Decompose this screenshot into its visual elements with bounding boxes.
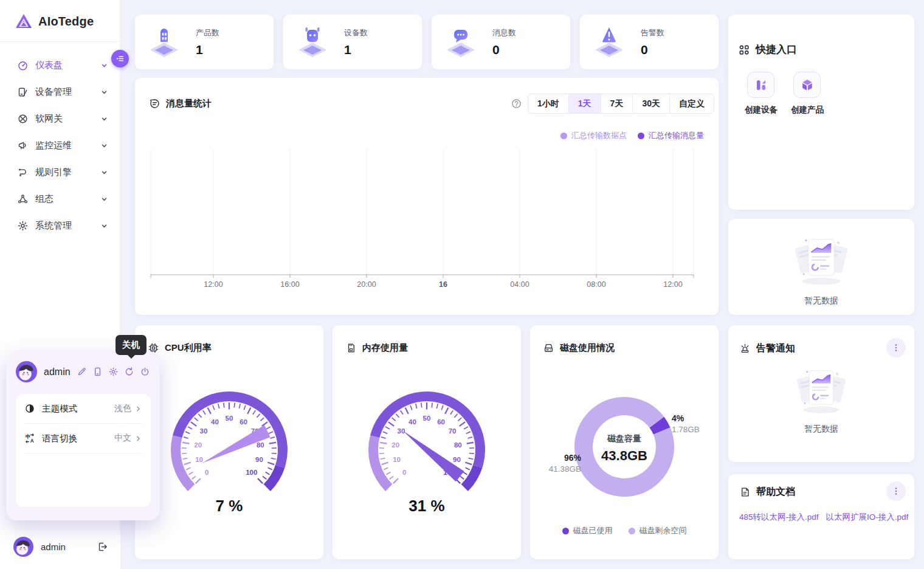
legend-dot <box>629 528 635 534</box>
svg-text:10: 10 <box>393 456 401 463</box>
sidebar-item-monitor-ops[interactable]: 监控运维 <box>0 132 120 159</box>
create-product-button[interactable] <box>793 72 821 98</box>
stat-card-alarms: 告警数 0 <box>580 15 719 69</box>
legend-dot <box>562 528 569 534</box>
restart-icon[interactable] <box>124 367 134 377</box>
sidebar-item-soft-gateway[interactable]: 软网关 <box>0 105 120 132</box>
sidebar-item-label: 设备管理 <box>35 86 100 98</box>
alarm-notice-title: 告警通知 <box>756 342 795 355</box>
popup-user-row: admin <box>6 351 160 390</box>
chevron-down-icon <box>100 114 109 123</box>
stat-value: 1 <box>196 43 219 57</box>
sidebar-item-composition[interactable]: 组态 <box>0 185 120 212</box>
svg-text:10: 10 <box>195 456 203 463</box>
svg-text:0: 0 <box>205 469 209 476</box>
sidebar-collapse-button[interactable] <box>111 50 129 67</box>
legend-item-disk-used[interactable]: 磁盘已使用 <box>562 525 613 536</box>
legend-label: 磁盘已使用 <box>573 525 613 536</box>
sidebar-item-dashboard[interactable]: 仪表盘 <box>0 52 120 78</box>
svg-text:90: 90 <box>255 456 263 463</box>
svg-text:12:00: 12:00 <box>663 280 682 289</box>
sidebar-item-device-manage[interactable]: 设备管理 <box>0 78 120 105</box>
create-device-button[interactable] <box>747 72 774 98</box>
shutdown-tooltip: 关机 <box>116 335 147 355</box>
legend-item-disk-free[interactable]: 磁盘剩余空间 <box>629 525 687 536</box>
svg-text:50: 50 <box>423 415 431 422</box>
composition-icon <box>17 193 29 205</box>
popup-settings-panel: 主题模式 浅色 语言切换 中文 <box>16 394 151 507</box>
gateway-icon <box>17 113 29 125</box>
system-manage-icon <box>17 220 29 232</box>
cpu-usage-card: CPU利用率 0102030405060708090100 7 % <box>135 325 323 559</box>
alarm-count-icon <box>592 25 626 59</box>
memory-usage-card: 内存使用量 0102030405060708090100 31 % <box>333 325 521 559</box>
svg-text:16: 16 <box>439 280 447 289</box>
memory-gauge-value: 31 % <box>333 497 521 516</box>
sidebar-menu: 仪表盘 设备管理 软网关 监控运维 规则引擎 <box>0 42 120 239</box>
language-switch-label: 语言切换 <box>42 433 114 444</box>
device-info-icon[interactable] <box>92 367 103 377</box>
help-docs-title: 帮助文档 <box>756 486 795 498</box>
stat-card-messages: 消息数 0 <box>432 15 570 69</box>
disk-used-callout: 4% 1.78GB <box>672 413 700 434</box>
help-card-menu-button[interactable] <box>886 481 906 501</box>
svg-text:30: 30 <box>398 427 405 435</box>
disk-capacity-label: 磁盘容量 <box>588 433 661 444</box>
svg-text:60: 60 <box>437 418 445 426</box>
sidebar-item-system-manage[interactable]: 系统管理 <box>0 212 120 239</box>
chevron-down-icon <box>100 168 109 177</box>
sidebar-item-label: 仪表盘 <box>35 60 100 71</box>
empty-illustration <box>786 232 857 288</box>
doc-link-ethernet-io[interactable]: 以太网扩展IO-接入.pdf <box>826 512 909 523</box>
disk-capacity-value: 43.8GB <box>588 448 661 464</box>
shutdown-icon[interactable] <box>140 367 150 377</box>
create-product-label[interactable]: 创建产品 <box>785 105 829 116</box>
memory-card-header: 内存使用量 <box>345 342 408 354</box>
message-line-chart[interactable]: 12:0016:0020:001604:0008:0012:00 <box>135 78 719 315</box>
alarm-empty-state: 暂无数据 <box>728 364 914 435</box>
svg-text:30: 30 <box>200 427 208 435</box>
stat-label: 设备数 <box>344 27 368 38</box>
language-switch-row[interactable]: 语言切换 中文 <box>24 424 142 453</box>
chevron-down-icon <box>100 221 109 230</box>
empty-text: 暂无数据 <box>728 295 914 306</box>
logout-icon[interactable] <box>97 541 108 553</box>
language-switch-value: 中文 <box>114 433 131 444</box>
svg-text:40: 40 <box>211 418 219 426</box>
svg-text:50: 50 <box>226 415 233 422</box>
svg-text:12:00: 12:00 <box>204 280 222 289</box>
alarm-notice-card: 告警通知 暂无数据 <box>728 325 914 462</box>
chevron-right-icon <box>134 435 142 443</box>
theme-mode-row[interactable]: 主题模式 浅色 <box>24 394 142 424</box>
quick-entry-title: 快捷入口 <box>756 43 797 57</box>
svg-text:60: 60 <box>240 418 247 426</box>
doc-link-485[interactable]: 485转以太网-接入.pdf <box>739 512 819 523</box>
stat-label: 消息数 <box>492 27 516 38</box>
memory-card-title: 内存使用量 <box>362 342 408 354</box>
svg-text:80: 80 <box>257 441 264 449</box>
stat-label: 产品数 <box>196 27 219 38</box>
edit-profile-icon[interactable] <box>77 367 87 377</box>
svg-text:16:00: 16:00 <box>280 280 299 289</box>
svg-text:80: 80 <box>454 441 462 449</box>
sidebar-item-label: 软网关 <box>35 113 100 125</box>
sidebar-item-label: 规则引擎 <box>35 167 100 178</box>
help-doc-links: 485转以太网-接入.pdf 以太网扩展IO-接入.pdf <box>739 512 908 523</box>
cpu-gauge-value: 7 % <box>135 497 323 516</box>
svg-text:90: 90 <box>453 456 461 463</box>
create-device-label[interactable]: 创建设备 <box>739 105 783 116</box>
stat-card-products: 产品数 1 <box>135 15 274 69</box>
alarm-notice-header: 告警通知 <box>739 342 795 355</box>
alarm-card-menu-button[interactable] <box>886 338 906 357</box>
stat-value: 0 <box>492 43 516 57</box>
rule-engine-icon <box>17 167 29 178</box>
chevron-down-icon <box>100 195 109 204</box>
sidebar-item-rule-engine[interactable]: 规则引擎 <box>0 159 120 185</box>
sidebar-user-row[interactable]: admin <box>0 530 120 569</box>
app-logo-icon <box>15 12 33 30</box>
settings-icon[interactable] <box>108 367 119 377</box>
disk-usage-card: 磁盘使用情况 磁盘容量 43.8GB 4% 1.78GB 96% 41.38GB… <box>530 325 719 559</box>
legend-label: 磁盘剩余空间 <box>640 525 687 536</box>
avatar <box>13 537 33 557</box>
product-count-icon <box>147 25 181 59</box>
